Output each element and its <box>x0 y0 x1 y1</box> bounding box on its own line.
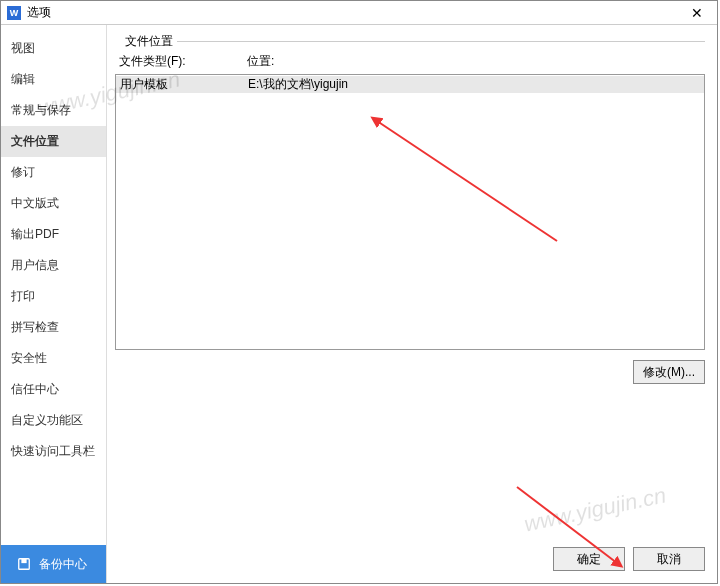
header-location: 位置: <box>247 53 701 70</box>
close-icon[interactable]: ✕ <box>683 5 711 21</box>
svg-rect-1 <box>21 559 26 563</box>
app-icon <box>7 6 21 20</box>
titlebar: 选项 ✕ <box>1 1 717 25</box>
file-location-list[interactable]: 用户模板 E:\我的文档\yigujin <box>115 74 705 350</box>
file-location-group: 文件位置 文件类型(F): 位置: 用户模板 E:\我的文档\yigujin 修… <box>115 35 705 571</box>
group-divider <box>175 41 705 42</box>
sidebar-item-trust[interactable]: 信任中心 <box>1 374 106 405</box>
sidebar-item-general[interactable]: 常规与保存 <box>1 95 106 126</box>
ok-button[interactable]: 确定 <box>553 547 625 571</box>
cell-location: E:\我的文档\yigujin <box>244 76 704 93</box>
sidebar-item-security[interactable]: 安全性 <box>1 343 106 374</box>
cancel-button[interactable]: 取消 <box>633 547 705 571</box>
window-title: 选项 <box>27 4 51 21</box>
sidebar-item-file-location[interactable]: 文件位置 <box>1 126 106 157</box>
main-panel: 文件位置 文件类型(F): 位置: 用户模板 E:\我的文档\yigujin 修… <box>107 25 717 583</box>
list-row[interactable]: 用户模板 E:\我的文档\yigujin <box>116 75 704 93</box>
sidebar-item-spell[interactable]: 拼写检查 <box>1 312 106 343</box>
options-dialog: 选项 ✕ 视图 编辑 常规与保存 文件位置 修订 中文版式 输出PDF 用户信息… <box>0 0 718 584</box>
backup-center-label: 备份中心 <box>39 556 87 573</box>
sidebar-item-quick-access[interactable]: 快速访问工具栏 <box>1 436 106 467</box>
sidebar-item-export-pdf[interactable]: 输出PDF <box>1 219 106 250</box>
header-file-type: 文件类型(F): <box>119 53 247 70</box>
sidebar-item-view[interactable]: 视图 <box>1 33 106 64</box>
sidebar-item-edit[interactable]: 编辑 <box>1 64 106 95</box>
sidebar-item-revision[interactable]: 修订 <box>1 157 106 188</box>
backup-icon <box>17 557 31 571</box>
sidebar: 视图 编辑 常规与保存 文件位置 修订 中文版式 输出PDF 用户信息 打印 拼… <box>1 25 107 583</box>
cell-type: 用户模板 <box>116 76 244 93</box>
sidebar-item-print[interactable]: 打印 <box>1 281 106 312</box>
sidebar-item-cjk-layout[interactable]: 中文版式 <box>1 188 106 219</box>
backup-center-button[interactable]: 备份中心 <box>1 545 106 583</box>
sidebar-item-user-info[interactable]: 用户信息 <box>1 250 106 281</box>
sidebar-item-custom-ribbon[interactable]: 自定义功能区 <box>1 405 106 436</box>
modify-button[interactable]: 修改(M)... <box>633 360 705 384</box>
group-label: 文件位置 <box>121 33 177 50</box>
